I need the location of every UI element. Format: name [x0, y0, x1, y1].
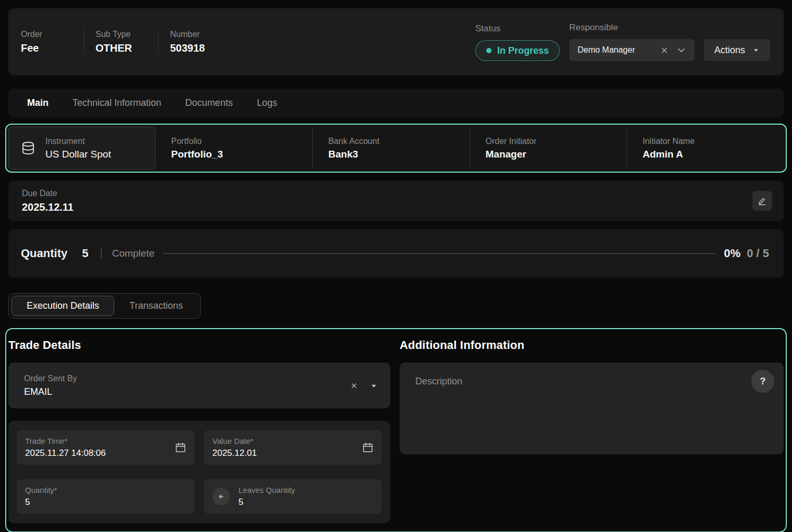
order-type-value: Fee: [21, 42, 71, 54]
tab-logs[interactable]: Logs: [257, 98, 277, 108]
instrument-value: US Dollar Spot: [45, 149, 111, 160]
instrument-card[interactable]: Instrument US Dollar Spot: [8, 127, 155, 170]
leaves-quantity-value: 5: [238, 497, 374, 507]
tab-execution-details[interactable]: Execution Details: [11, 296, 114, 316]
portfolio-value: Portfolio_3: [171, 149, 312, 160]
clear-icon[interactable]: [351, 382, 357, 389]
trade-fields-group: Trade Time* 2025.11.27 14:08:06 Value Da…: [8, 421, 390, 523]
trade-details-column: Trade Details Order Sent By EMAIL Trade …: [8, 329, 390, 525]
additional-information-column: Additional Information ?: [400, 329, 784, 525]
chevron-down-icon[interactable]: [370, 382, 378, 390]
execution-details-highlight: Trade Details Order Sent By EMAIL Trade …: [5, 328, 787, 532]
sub-type-field: Sub Type OTHER: [95, 30, 158, 54]
order-sent-by-value: EMAIL: [24, 386, 77, 397]
sub-type-value: OTHER: [95, 42, 146, 54]
order-sent-by-label: Order Sent By: [24, 374, 77, 383]
bank-account-cell: Bank Account Bank3: [312, 127, 469, 170]
trade-time-text: Trade Time* 2025.11.27 14:08:06: [25, 437, 175, 458]
chevron-down-icon[interactable]: [677, 45, 686, 55]
instrument-text: Instrument US Dollar Spot: [45, 137, 111, 160]
order-summary-fields: Order Fee Sub Type OTHER Number 503918: [21, 30, 233, 54]
instrument-label: Instrument: [45, 137, 111, 146]
quantity-input-value: 5: [25, 497, 186, 507]
description-input[interactable]: [400, 362, 784, 454]
actions-button[interactable]: Actions: [704, 39, 770, 61]
order-type-label: Order: [21, 30, 71, 39]
due-date-row: Due Date 2025.12.11: [8, 180, 784, 221]
tab-main[interactable]: Main: [27, 98, 49, 108]
order-number-label: Number: [170, 30, 220, 39]
leaves-quantity-text: Leaves Quantity 5: [238, 486, 374, 507]
calendar-icon[interactable]: [362, 442, 374, 453]
main-tab-bar: Main Technical Information Documents Log…: [8, 89, 784, 117]
quantity-input-text: Quantity* 5: [25, 486, 186, 507]
arrow-left-circle-icon: [212, 488, 230, 505]
instrument-row-highlight: Instrument US Dollar Spot Portfolio Port…: [5, 124, 787, 173]
order-header: Order Fee Sub Type OTHER Number 503918 S…: [8, 8, 784, 75]
progress-bar: [163, 253, 715, 254]
trade-time-field[interactable]: Trade Time* 2025.11.27 14:08:06: [17, 430, 195, 465]
order-initiator-value: Manager: [486, 149, 627, 160]
pencil-icon: [758, 196, 767, 205]
status-value: In Progress: [497, 45, 549, 56]
portfolio-cell: Portfolio Portfolio_3: [155, 127, 312, 170]
header-controls: Status In Progress Responsible Demo Mana…: [475, 22, 770, 61]
status-dot-icon: [486, 48, 491, 53]
coins-icon: [20, 140, 36, 156]
leaves-quantity-field: Leaves Quantity 5: [204, 479, 382, 514]
order-number-field: Number 503918: [170, 30, 233, 54]
quantity-value: 5: [82, 247, 88, 260]
due-date-field: Due Date 2025.12.11: [22, 189, 74, 213]
status-label: Status: [475, 23, 560, 34]
status-badge: In Progress: [475, 40, 560, 61]
value-date-label: Value Date*: [212, 437, 362, 445]
chevron-down-icon: [752, 46, 760, 54]
status-block: Status In Progress: [475, 23, 560, 61]
value-date-field[interactable]: Value Date* 2025.12.01: [204, 430, 382, 465]
bank-account-label: Bank Account: [328, 137, 469, 146]
edit-due-date-button[interactable]: [752, 191, 772, 211]
due-date-label: Due Date: [22, 189, 74, 198]
order-sent-by-text: Order Sent By EMAIL: [24, 374, 77, 397]
quantity-label: Quantity: [21, 247, 67, 260]
initiator-name-value: Admin A: [643, 149, 784, 160]
quantity-input-label: Quantity*: [25, 486, 186, 494]
trade-time-value: 2025.11.27 14:08:06: [25, 448, 175, 458]
tab-technical-information[interactable]: Technical Information: [73, 98, 161, 108]
sub-type-label: Sub Type: [95, 30, 146, 39]
order-initiator-label: Order Initiator: [486, 137, 627, 146]
responsible-dropdown[interactable]: Demo Manager: [569, 39, 694, 61]
quantity-separator: |: [100, 247, 102, 259]
bank-account-value: Bank3: [328, 149, 469, 160]
tab-documents[interactable]: Documents: [185, 98, 233, 108]
progress-percent: 0%: [724, 247, 740, 260]
complete-label: Complete: [112, 248, 154, 259]
order-sent-by-controls: [351, 382, 378, 390]
quantity-input-field[interactable]: Quantity* 5: [17, 479, 195, 514]
responsible-label: Responsible: [569, 22, 694, 33]
tab-transactions[interactable]: Transactions: [114, 296, 198, 316]
description-card: ?: [400, 362, 784, 454]
quantity-progress-row: Quantity 5 | Complete 0% 0 / 5: [8, 229, 784, 277]
order-number-value: 503918: [170, 42, 220, 54]
order-sent-by-dropdown[interactable]: Order Sent By EMAIL: [8, 362, 390, 408]
detail-tab-bar: Execution Details Transactions: [8, 293, 201, 319]
progress-fraction: 0 / 5: [747, 247, 769, 260]
responsible-value: Demo Manager: [578, 45, 652, 55]
order-type-field: Order Fee: [21, 30, 83, 54]
leaves-quantity-label: Leaves Quantity: [238, 486, 374, 494]
initiator-name-cell: Initiator Name Admin A: [627, 127, 784, 170]
order-initiator-cell: Order Initiator Manager: [470, 127, 627, 170]
header-divider: [158, 30, 159, 54]
portfolio-label: Portfolio: [171, 137, 312, 146]
trade-details-title: Trade Details: [8, 338, 390, 352]
value-date-value: 2025.12.01: [212, 448, 362, 458]
clear-icon[interactable]: [661, 46, 668, 54]
responsible-block: Responsible Demo Manager: [569, 22, 694, 61]
trade-time-label: Trade Time*: [25, 437, 175, 445]
help-button[interactable]: ?: [751, 370, 774, 393]
value-date-text: Value Date* 2025.12.01: [212, 437, 362, 458]
due-date-value: 2025.12.11: [22, 201, 74, 213]
header-divider: [83, 30, 84, 54]
calendar-icon[interactable]: [175, 442, 186, 453]
